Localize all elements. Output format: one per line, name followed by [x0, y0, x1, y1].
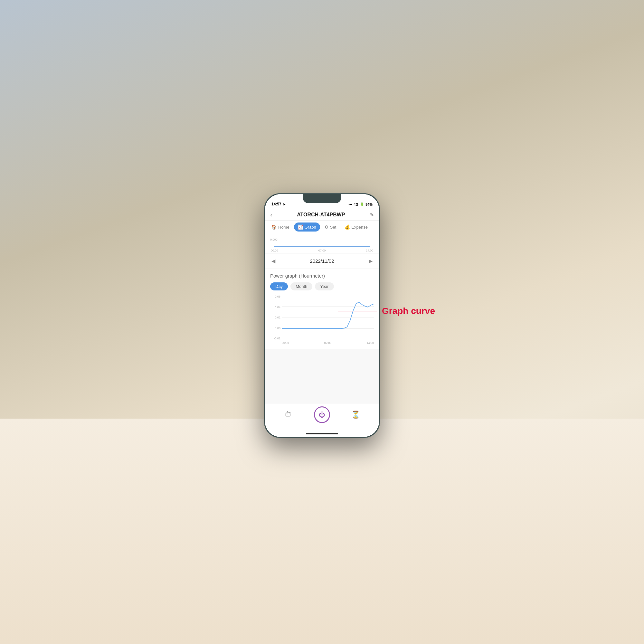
- annotation-text: Graph curve: [382, 306, 435, 316]
- page-title: ATORCH-AT4PBWP: [297, 212, 345, 218]
- expense-icon: 💰: [345, 224, 350, 230]
- tab-graph[interactable]: 📈 Graph: [294, 223, 320, 232]
- tab-expense-label: Expense: [351, 225, 368, 230]
- period-month-button[interactable]: Month: [290, 282, 312, 290]
- status-time: 14:57: [271, 202, 281, 206]
- x-label-0: 00:00: [282, 341, 289, 345]
- date-next-button[interactable]: ▶: [369, 258, 373, 264]
- status-left: 14:57 ➤: [271, 202, 285, 206]
- y-label-4: -0.02: [270, 337, 280, 340]
- phone-notch: [303, 194, 341, 203]
- mini-chart-section: 0.000 00:00 07:00 14:00: [265, 233, 379, 253]
- bottom-navigation: ⏱ ⏻ ⏳: [265, 403, 379, 431]
- timer-icon: ⏱: [285, 411, 292, 419]
- y-label-0: 0.06: [270, 295, 280, 298]
- content-area: 0.000 00:00 07:00 14:00 ◀ 2: [265, 233, 379, 403]
- battery-icon: 🔋: [360, 202, 364, 206]
- tab-set-label: Set: [330, 225, 336, 230]
- main-chart-container: 0.06 0.04 0.02 0.00 -0.02: [270, 295, 374, 345]
- x-label-2: 14:00: [366, 341, 374, 345]
- tab-home-label: Home: [278, 225, 289, 230]
- back-button[interactable]: ‹: [270, 211, 272, 218]
- graph-icon: 📈: [298, 224, 303, 230]
- y-label-3: 0.00: [270, 327, 280, 330]
- tab-expense[interactable]: 💰 Expense: [341, 223, 372, 232]
- power-graph-title: Power graph (Hourmeter): [270, 273, 374, 279]
- chart-x-labels: 00:00 07:00 14:00: [282, 340, 374, 345]
- network-type: 4G: [354, 203, 358, 206]
- power-circle: ⏻: [314, 406, 330, 423]
- status-right: ▪▪▪ 4G 🔋 84%: [349, 202, 373, 206]
- home-bar: [265, 431, 379, 437]
- desk-surface: [0, 419, 644, 644]
- period-year-button[interactable]: Year: [315, 282, 334, 290]
- signal-bars-icon: ▪▪▪: [349, 203, 353, 206]
- chart-svg: [282, 295, 374, 340]
- date-navigation: ◀ 2022/11/02 ▶: [265, 254, 379, 268]
- period-day-button[interactable]: Day: [270, 282, 288, 290]
- power-button[interactable]: ⏻: [314, 407, 330, 423]
- home-bar-indicator: [306, 433, 338, 434]
- location-icon: ➤: [283, 203, 285, 206]
- annotation-red-line: [338, 311, 377, 311]
- timer-button[interactable]: ⏱: [280, 407, 296, 423]
- nav-bar: ‹ ATORCH-AT4PBWP ✎: [265, 208, 379, 221]
- tab-graph-label: Graph: [305, 225, 316, 230]
- period-selector: Day Month Year: [270, 282, 374, 290]
- edit-button[interactable]: ✎: [370, 212, 374, 218]
- date-prev-button[interactable]: ◀: [271, 258, 275, 264]
- battery-percent: 84%: [365, 203, 373, 206]
- mini-chart-svg: [270, 242, 374, 251]
- y-label-2: 0.02: [270, 316, 280, 319]
- power-icon: ⏻: [319, 411, 325, 419]
- chart-y-labels: 0.06 0.04 0.02 0.00 -0.02: [270, 295, 280, 340]
- y-label-1: 0.04: [270, 306, 280, 309]
- tab-set[interactable]: ⚙ Set: [321, 223, 340, 232]
- graph-curve-annotation: Graph curve: [338, 306, 435, 316]
- x-label-1: 07:00: [324, 341, 332, 345]
- settings-icon: ⚙: [325, 224, 329, 230]
- tab-home[interactable]: 🏠 Home: [268, 223, 293, 232]
- tab-bar: 🏠 Home 📈 Graph ⚙ Set 💰 Expense: [265, 221, 379, 233]
- mini-chart-y-label: 0.000: [270, 238, 278, 241]
- mini-chart-container: 0.000: [270, 236, 374, 249]
- date-display: 2022/11/02: [310, 258, 334, 264]
- home-icon: 🏠: [271, 224, 277, 230]
- chart-area: [282, 295, 374, 340]
- history-button[interactable]: ⏳: [348, 407, 364, 423]
- grid-line-bottom: [282, 340, 374, 340]
- history-icon: ⏳: [351, 411, 360, 419]
